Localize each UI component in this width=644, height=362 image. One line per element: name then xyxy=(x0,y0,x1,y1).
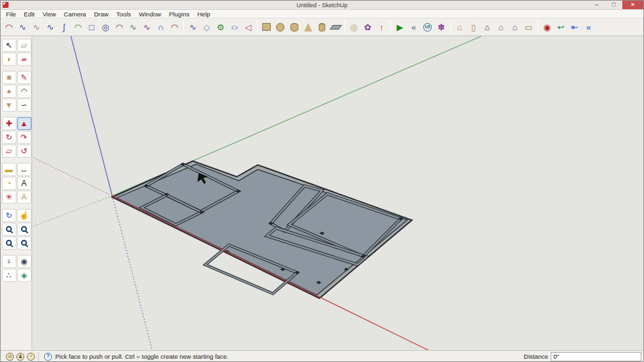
tool-axes[interactable]: ✳ xyxy=(2,191,16,204)
collapse-toolbar-button[interactable]: « xyxy=(582,20,595,35)
house-dormer-button[interactable]: ⌂ xyxy=(494,20,508,35)
house-solid-button[interactable]: ⌂ xyxy=(480,20,494,35)
menu-help[interactable]: Help xyxy=(193,10,214,18)
tool-line[interactable]: ✎ xyxy=(17,71,32,84)
rewind-button[interactable]: « xyxy=(407,20,421,35)
arc-3pt-button[interactable]: ◠ xyxy=(112,20,126,35)
3d-tube-button[interactable] xyxy=(315,20,329,35)
3d-plane-icon xyxy=(329,25,342,30)
tool-orbit[interactable]: ↻ xyxy=(2,209,16,222)
menu-view[interactable]: View xyxy=(39,10,60,18)
3d-plane-button[interactable] xyxy=(329,20,342,35)
ellipse-tool-button[interactable]: ○ xyxy=(227,20,241,35)
triangle-shape-button[interactable]: ◁ xyxy=(241,20,255,35)
line-curve-button[interactable]: ∿ xyxy=(186,20,200,35)
torus-button[interactable]: ◎ xyxy=(347,20,361,35)
menu-tools[interactable]: Tools xyxy=(112,10,135,18)
house-outline-button[interactable]: ⌂ xyxy=(508,20,522,35)
polyline-spline-button[interactable]: ∿ xyxy=(126,20,140,35)
3d-cylinder-button[interactable] xyxy=(287,20,301,35)
claim-credit-icon[interactable]: ◔ xyxy=(27,353,35,361)
zoom-window-icon xyxy=(21,226,27,232)
torus-icon: ◎ xyxy=(350,23,357,32)
tool-dimension[interactable]: ↔ xyxy=(17,163,32,176)
record-scene-button[interactable]: ◉ xyxy=(540,20,554,35)
u-curve-button[interactable]: ∩ xyxy=(154,20,168,35)
undo-view-button[interactable]: ↩ xyxy=(554,20,568,35)
tool-offset[interactable]: ↺ xyxy=(17,145,32,158)
tool-text[interactable]: A xyxy=(17,177,32,190)
credits-icon[interactable]: ♟ xyxy=(16,353,24,361)
tool-section-plane[interactable]: ◈ xyxy=(17,269,32,282)
menu-draw[interactable]: Draw xyxy=(90,10,112,18)
drawing-canvas[interactable] xyxy=(32,36,643,350)
tool-make-component[interactable]: ▱ xyxy=(17,39,32,52)
tool-pan[interactable]: ☝ xyxy=(17,209,32,222)
menu-edit[interactable]: Edit xyxy=(20,10,38,18)
distance-input[interactable] xyxy=(551,352,641,361)
menu-file[interactable]: File xyxy=(2,10,20,18)
tool-push-pull[interactable]: ▲ xyxy=(17,117,32,130)
geo-location-icon[interactable]: ⊙ xyxy=(6,353,14,361)
3d-box-button[interactable] xyxy=(260,20,273,35)
soap-bubble-button[interactable]: ✿ xyxy=(361,20,375,35)
tool-position-camera[interactable]: ♀ xyxy=(2,255,16,268)
tool-previous-view[interactable] xyxy=(17,237,32,250)
tool-select[interactable]: ↖ xyxy=(2,39,16,52)
triangle-shape-icon: ◁ xyxy=(245,23,252,32)
tool-rotate[interactable]: ↻ xyxy=(2,131,16,144)
arc-open-button[interactable]: ◠ xyxy=(168,20,181,35)
tool-polygon[interactable]: ▼ xyxy=(2,99,16,112)
ui-toggle-button[interactable]: UI xyxy=(421,20,434,35)
tool-paint-bucket[interactable]: ◗ xyxy=(2,53,16,66)
floorplan-inner-wall[interactable] xyxy=(117,164,407,295)
bezier-edit-button[interactable]: ∿ xyxy=(30,20,43,35)
main-toolbar: ◠∿∿∿∫◠□◎◠∿∿∩◠∿◇⚙○◁◎✿↑▶«UI✽⌂▯⌂⌂⌂▭◉↩⇤« xyxy=(1,18,643,36)
bezier-spline-button[interactable]: ∿ xyxy=(43,20,57,35)
tool-arc[interactable]: ◠ xyxy=(17,85,32,98)
tool-tape-measure[interactable]: ▬ xyxy=(2,163,16,176)
wrench-tool-button[interactable]: ⚙ xyxy=(214,20,227,35)
maximize-button[interactable]: □ xyxy=(605,1,622,9)
move-icon: ✚ xyxy=(5,120,12,127)
rounded-rectangle-button[interactable]: □ xyxy=(85,20,99,35)
3d-sphere-button[interactable] xyxy=(273,20,287,35)
minimize-button[interactable]: – xyxy=(588,1,605,9)
tool-rectangle[interactable]: ■ xyxy=(2,71,16,84)
house-roof-button[interactable]: ⌂ xyxy=(453,20,467,35)
tool-zoom-window[interactable] xyxy=(17,223,32,236)
tool-freehand[interactable]: ∽ xyxy=(17,99,32,112)
s-curve-button[interactable]: ∿ xyxy=(140,20,154,35)
plugin-flower-button[interactable]: ✽ xyxy=(434,20,448,35)
menu-plugins[interactable]: Plugins xyxy=(165,10,193,18)
tool-protractor[interactable]: ◔ xyxy=(2,177,16,190)
tool-scale[interactable]: ▱ xyxy=(2,145,16,158)
tool-look-around[interactable]: ◉ xyxy=(17,255,32,268)
tool-zoom-extents[interactable] xyxy=(2,237,16,250)
menu-camera[interactable]: Camera xyxy=(60,10,90,18)
dome-pull-button[interactable]: ↑ xyxy=(375,20,388,35)
bezier-curve-button[interactable]: ∿ xyxy=(16,20,30,35)
menu-window[interactable]: Window xyxy=(135,10,165,18)
arc-corner-button[interactable]: ◠ xyxy=(71,20,85,35)
tool-3d-text[interactable]: A xyxy=(17,191,32,204)
arc-endpoints-button[interactable]: ◠ xyxy=(2,20,16,35)
select-icon: ↖ xyxy=(5,41,12,49)
help-icon[interactable]: ? xyxy=(44,353,52,361)
tool-eraser[interactable]: ▰ xyxy=(17,53,32,66)
polygon-dashed-button[interactable]: ◇ xyxy=(200,20,214,35)
door-panel-button[interactable]: ▯ xyxy=(467,20,480,35)
run-animation-button[interactable]: ▶ xyxy=(393,20,407,35)
tool-follow-me[interactable]: ↷ xyxy=(17,131,32,144)
spiral-button[interactable]: ◎ xyxy=(99,20,112,35)
3d-cone-button[interactable] xyxy=(301,20,315,35)
tool-move[interactable]: ✚ xyxy=(2,117,16,130)
tool-circle[interactable]: ● xyxy=(2,85,16,98)
flat-panel-button[interactable]: ▭ xyxy=(522,20,536,35)
close-button[interactable]: × xyxy=(622,1,643,9)
tool-zoom[interactable] xyxy=(2,223,16,236)
cubic-curve-button[interactable]: ∫ xyxy=(57,20,71,35)
tool-walk[interactable]: ∴ xyxy=(2,269,16,282)
jump-to-start-button[interactable]: ⇤ xyxy=(568,20,582,35)
ellipse-tool-icon: ○ xyxy=(231,23,239,32)
